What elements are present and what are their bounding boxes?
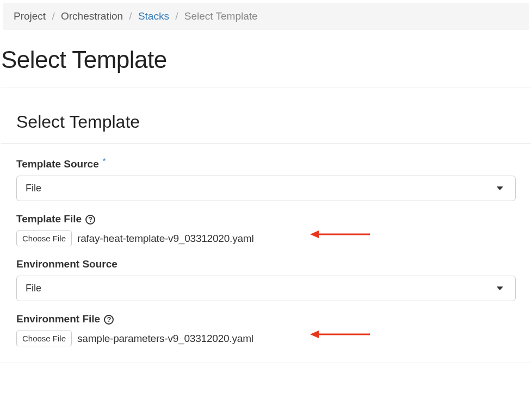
caret-down-icon [497, 186, 503, 190]
bottom-divider [1, 363, 531, 363]
environment-source-label: Environment Source [16, 258, 516, 270]
section-title: Select Template [1, 88, 531, 143]
template-file-row: Choose File rafay-heat-template-v9_03312… [16, 231, 516, 246]
svg-marker-3 [310, 331, 319, 338]
environment-file-row: Choose File sample-parameters-v9_0331202… [16, 331, 516, 346]
template-source-label: Template Source * [16, 157, 516, 170]
template-file-choose-button[interactable]: Choose File [16, 231, 72, 246]
environment-file-label-text: Environment File [16, 313, 100, 325]
help-icon[interactable]: ? [85, 215, 95, 225]
breadcrumb-separator: / [52, 10, 54, 22]
environment-source-selected: File [26, 283, 41, 294]
template-source-select[interactable]: File [16, 176, 516, 201]
template-file-label: Template File ? [16, 213, 516, 225]
breadcrumb-separator: / [175, 10, 178, 22]
template-file-label-text: Template File [16, 213, 82, 225]
breadcrumb-project[interactable]: Project [14, 10, 46, 22]
environment-file-choose-button[interactable]: Choose File [16, 331, 72, 346]
environment-source-label-text: Environment Source [16, 258, 117, 270]
annotation-arrow [310, 227, 370, 241]
template-source-label-text: Template Source [16, 158, 99, 170]
breadcrumb-current: Select Template [184, 10, 258, 22]
template-source-group: Template Source * File [16, 157, 516, 201]
environment-file-group: Environment File ? Choose File sample-pa… [16, 313, 516, 346]
environment-source-group: Environment Source File [16, 258, 516, 301]
environment-file-name: sample-parameters-v9_03312020.yaml [77, 333, 253, 345]
template-file-group: Template File ? Choose File rafay-heat-t… [16, 213, 516, 246]
required-asterisk: * [103, 157, 106, 165]
section-divider [1, 143, 531, 144]
annotation-arrow [310, 327, 370, 341]
template-file-name: rafay-heat-template-v9_03312020.yaml [77, 233, 253, 245]
template-source-selected: File [26, 183, 41, 194]
breadcrumb-stacks-link[interactable]: Stacks [138, 10, 169, 22]
breadcrumb: Project / Orchestration / Stacks / Selec… [3, 3, 529, 30]
caret-down-icon [497, 287, 503, 290]
breadcrumb-orchestration[interactable]: Orchestration [61, 10, 123, 22]
environment-source-select[interactable]: File [16, 276, 516, 301]
page-title: Select Template [1, 30, 531, 88]
breadcrumb-separator: / [129, 10, 132, 22]
help-icon[interactable]: ? [104, 315, 114, 325]
environment-file-label: Environment File ? [16, 313, 516, 325]
svg-marker-1 [310, 231, 319, 238]
